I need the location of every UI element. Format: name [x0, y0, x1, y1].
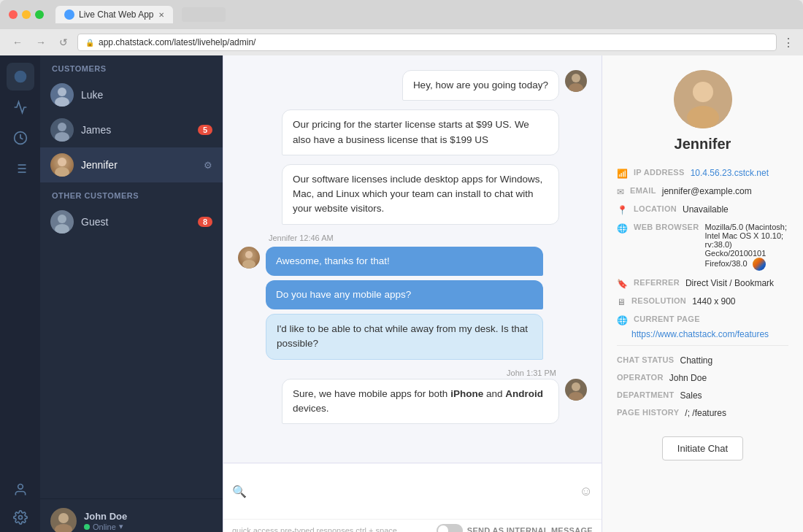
info-referrer-row: 🔖 REFERRER Direct Visit / Bookmark [617, 274, 788, 293]
footer-status[interactable]: Online ▾ [84, 522, 212, 531]
browser-menu-button[interactable]: ⋮ [783, 36, 794, 50]
browser-titlebar: Live Chat Web App ✕ [0, 0, 803, 29]
svg-point-17 [55, 224, 69, 234]
minimize-window-button[interactable] [22, 10, 31, 19]
location-icon: 📍 [617, 205, 628, 215]
ip-value: 10.4.56.23.cstck.net [691, 168, 769, 178]
chat-input-area: 🔍 ☺ quick access pre-typed responses ctr… [223, 463, 602, 532]
agent-named-message-group: John 1:31 PM Sure, we have mobile apps f… [238, 369, 587, 425]
svg-point-23 [242, 260, 256, 269]
customer-item-james[interactable]: James 5 [40, 112, 223, 147]
department-value: Sales [680, 390, 702, 401]
message-bubble-4c: I'd like to be able to chat while away f… [266, 314, 543, 360]
quick-access-hint: quick access pre-typed responses ctrl + … [232, 526, 397, 532]
avatar-guest [50, 210, 74, 234]
browser-tab[interactable]: Live Chat Web App ✕ [55, 6, 173, 23]
tab-close-button[interactable]: ✕ [158, 11, 164, 19]
toggle-knob [438, 525, 448, 532]
tab-title: Live Chat Web App [79, 9, 154, 20]
maximize-window-button[interactable] [35, 10, 44, 19]
svg-point-24 [572, 382, 580, 391]
message-avatar-agent-1 [565, 70, 587, 92]
svg-point-25 [569, 392, 583, 401]
url-bar[interactable]: 🔒 app.chatstack.com/latest/livehelp/admi… [77, 34, 777, 51]
status-label: Online [93, 523, 116, 531]
rail-list-icon[interactable] [7, 155, 34, 182]
message-bubble-4a: Awesome, thanks for that! [266, 247, 543, 276]
new-tab-area [182, 7, 226, 22]
icon-rail [0, 55, 40, 532]
input-toolbar: 🔍 ☺ [223, 463, 602, 519]
location-value: Unavailable [683, 204, 729, 215]
svg-point-13 [55, 132, 69, 142]
avatar-john [50, 508, 77, 532]
svg-point-27 [693, 82, 713, 102]
sidebar: CUSTOMERS Luke James 5 Jennifer ⚙ OTHER … [40, 55, 223, 532]
referrer-label: REFERRER [634, 278, 680, 287]
rail-settings-icon[interactable] [7, 504, 34, 531]
app-container: CUSTOMERS Luke James 5 Jennifer ⚙ OTHER … [0, 55, 803, 532]
rail-analytics-icon[interactable] [7, 93, 34, 121]
message-input[interactable] [247, 469, 580, 513]
customer-item-jennifer[interactable]: Jennifer ⚙ [40, 147, 223, 182]
browser-value: Mozilla/5.0 (Macintosh; Intel Mac OS X 1… [704, 223, 788, 271]
initiate-chat-button[interactable]: Initiate Chat [662, 436, 743, 460]
close-window-button[interactable] [9, 10, 18, 19]
info-avatar-section: Jennifer [617, 70, 788, 153]
info-department-row: DEPARTMENT Sales [617, 387, 788, 404]
refresh-button[interactable]: ↺ [55, 35, 72, 50]
sidebar-footer: John Doe Online ▾ [40, 498, 223, 532]
info-chat-status-row: CHAT STATUS Chatting [617, 352, 788, 369]
chat-status-value: Chatting [680, 355, 712, 366]
browser-chrome: Live Chat Web App ✕ ← → ↺ 🔒 app.chatstac… [0, 0, 803, 55]
rail-chat-icon[interactable] [7, 63, 34, 90]
customers-section-label: CUSTOMERS [40, 55, 223, 77]
info-email-row: ✉ EMAIL jennifer@example.com [617, 182, 788, 201]
avatar-jennifer [50, 153, 74, 177]
emoji-button[interactable]: ☺ [580, 484, 593, 499]
avatar-james [50, 118, 74, 142]
jennifer-message-group: Awesome, thanks for that! Do you have an… [266, 247, 543, 360]
message-row-1: Hey, how are you going today? [238, 70, 587, 101]
forward-button[interactable]: → [32, 35, 50, 50]
svg-point-21 [569, 83, 583, 92]
internal-message-toggle[interactable] [437, 524, 463, 532]
rail-history-icon[interactable] [7, 124, 34, 152]
status-chevron: ▾ [119, 522, 123, 531]
customer-item-guest[interactable]: Guest 8 [40, 204, 223, 239]
message-avatar-jennifer [238, 247, 260, 269]
svg-point-18 [58, 513, 69, 523]
svg-point-20 [572, 74, 580, 82]
message-avatar-agent-2 [565, 379, 587, 401]
browser-icon: 🌐 [617, 223, 628, 234]
firefox-icon [753, 258, 766, 271]
info-panel: Jennifer 📶 IP ADDRESS 10.4.56.23.cstck.n… [602, 55, 803, 532]
message-row-4: Awesome, thanks for that! Do you have an… [238, 247, 587, 360]
back-button[interactable]: ← [9, 35, 26, 50]
email-label: EMAIL [630, 186, 656, 195]
url-text: app.chatstack.com/latest/livehelp/admin/ [99, 37, 256, 47]
message-bubble-5: Sure, we have mobile apps for both iPhon… [282, 379, 559, 425]
customer-name-jennifer: Jennifer [81, 159, 196, 171]
jennifer-settings-icon[interactable]: ⚙ [204, 160, 212, 171]
search-responses-button[interactable]: 🔍 [232, 485, 247, 498]
page-history-value: /; /features [685, 408, 726, 418]
customer-item-luke[interactable]: Luke [40, 77, 223, 112]
rail-user-icon[interactable] [7, 476, 34, 504]
svg-point-19 [55, 524, 72, 532]
info-resolution-row: 🖥 RESOLUTION 1440 x 900 [617, 293, 788, 311]
info-customer-name: Jennifer [675, 136, 731, 153]
message-row-5: Sure, we have mobile apps for both iPhon… [282, 379, 587, 425]
message-row-3: Our software licenses include desktop ap… [238, 164, 587, 225]
browser-toolbar: ← → ↺ 🔒 app.chatstack.com/latest/livehel… [0, 29, 803, 55]
input-footer: quick access pre-typed responses ctrl + … [223, 519, 602, 532]
browser-label: WEB BROWSER [634, 223, 699, 231]
chat-area: Hey, how are you going today? Our pricin… [223, 55, 602, 532]
info-ip-row: 📶 IP ADDRESS 10.4.56.23.cstck.net [617, 164, 788, 182]
customer-name-guest: Guest [81, 216, 191, 228]
internal-message-label: SEND AS INTERNAL MESSAGE [467, 526, 593, 532]
guest-badge: 8 [198, 217, 212, 227]
svg-point-10 [58, 88, 66, 96]
resolution-value: 1440 x 900 [692, 296, 735, 307]
message-bubble-4b: Do you have any mobile apps? [266, 280, 543, 309]
